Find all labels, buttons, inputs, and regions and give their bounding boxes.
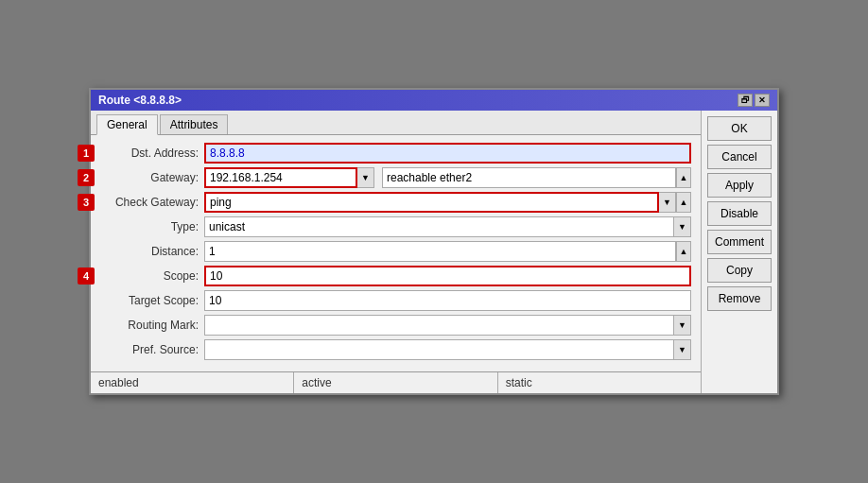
status-enabled: enabled <box>91 372 294 393</box>
badge-1: 1 <box>78 145 95 162</box>
routing-mark-row: Routing Mark: ▼ <box>100 315 691 336</box>
check-gateway-scroll[interactable]: ▲ <box>676 192 691 213</box>
gateway-row: 2 Gateway: ▼ ▲ <box>100 167 691 188</box>
sidebar: OK Cancel Apply Disable Comment Copy Rem… <box>702 111 777 393</box>
target-scope-input[interactable] <box>204 290 691 311</box>
restore-button[interactable]: 🗗 <box>738 94 753 107</box>
badge-4: 4 <box>78 267 95 285</box>
title-bar: Route <8.8.8.8> 🗗 ✕ <box>91 90 777 111</box>
cancel-button[interactable]: Cancel <box>707 145 772 169</box>
pref-source-input[interactable] <box>204 339 674 360</box>
distance-row: Distance: ▲ <box>100 241 691 262</box>
check-gateway-label: Check Gateway: <box>100 196 204 209</box>
dst-address-row: 1 Dst. Address: <box>100 143 691 164</box>
tab-bar: General Attributes <box>91 111 701 135</box>
gateway-second-input[interactable] <box>382 167 676 188</box>
check-gateway-row: 3 Check Gateway: ▼ ▲ <box>100 192 691 213</box>
check-gateway-dropdown[interactable]: ▼ <box>659 192 676 213</box>
remove-button[interactable]: Remove <box>707 286 772 311</box>
type-dropdown[interactable]: ▼ <box>674 216 691 237</box>
type-input[interactable] <box>204 216 674 237</box>
apply-button[interactable]: Apply <box>707 173 772 198</box>
badge-2: 2 <box>78 169 95 186</box>
title-bar-buttons: 🗗 ✕ <box>738 94 770 107</box>
distance-scroll[interactable]: ▲ <box>676 241 691 262</box>
type-row: Type: ▼ <box>100 216 691 237</box>
window-title: Route <8.8.8.8> <box>98 94 182 107</box>
ok-button[interactable]: OK <box>707 116 772 141</box>
routing-mark-label: Routing Mark: <box>100 319 204 332</box>
gateway-input-group: ▼ ▲ <box>204 167 691 188</box>
scope-label: Scope: <box>100 269 204 283</box>
badge-3: 3 <box>78 194 95 211</box>
check-gateway-input[interactable] <box>204 192 659 213</box>
gateway-input[interactable] <box>204 167 357 188</box>
target-scope-row: Target Scope: <box>100 290 691 311</box>
gateway-label: Gateway: <box>100 171 204 184</box>
status-static: static <box>498 372 701 393</box>
comment-button[interactable]: Comment <box>707 230 772 254</box>
routing-mark-dropdown[interactable]: ▼ <box>674 315 691 336</box>
dst-address-label: Dst. Address: <box>100 147 204 160</box>
main-area: General Attributes 1 Dst. Address: 2 Gat… <box>91 111 702 393</box>
scope-input[interactable] <box>204 266 691 286</box>
disable-button[interactable]: Disable <box>707 201 772 226</box>
tab-attributes[interactable]: Attributes <box>160 114 229 134</box>
pref-source-label: Pref. Source: <box>100 343 204 356</box>
distance-input[interactable] <box>204 241 676 262</box>
routing-mark-input[interactable] <box>204 315 674 336</box>
status-active: active <box>294 372 497 393</box>
pref-source-row: Pref. Source: ▼ <box>100 339 691 360</box>
form-area: 1 Dst. Address: 2 Gateway: ▼ ▲ <box>91 135 701 371</box>
pref-source-dropdown[interactable]: ▼ <box>674 339 691 360</box>
type-label: Type: <box>100 220 204 233</box>
dialog-window: Route <8.8.8.8> 🗗 ✕ General Attributes 1… <box>89 88 779 395</box>
copy-button[interactable]: Copy <box>707 258 772 283</box>
dialog-content: General Attributes 1 Dst. Address: 2 Gat… <box>91 111 777 393</box>
status-bar: enabled active static <box>91 371 701 393</box>
target-scope-label: Target Scope: <box>100 294 204 307</box>
distance-label: Distance: <box>100 245 204 258</box>
gateway-dropdown-btn[interactable]: ▼ <box>357 167 374 188</box>
scope-row: 4 Scope: <box>100 266 691 286</box>
gateway-scroll-btn[interactable]: ▲ <box>676 167 691 188</box>
tab-general[interactable]: General <box>96 114 158 135</box>
gateway-second-wrapper: ▲ <box>378 167 691 188</box>
dst-address-input[interactable] <box>204 143 691 164</box>
close-button[interactable]: ✕ <box>755 94 770 107</box>
